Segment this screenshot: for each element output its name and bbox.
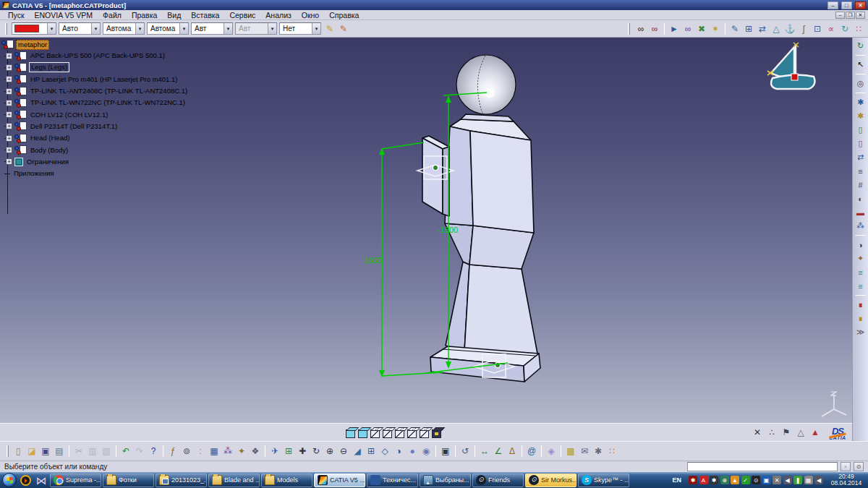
painter-icon[interactable]: ✎ [323, 22, 336, 35]
positioned-component-icon[interactable]: ▯ [854, 137, 867, 150]
taskbar-button-skype[interactable]: Skype™ - ... [578, 474, 629, 487]
whats-this-icon[interactable]: ? [147, 445, 160, 458]
menu-item-сервис[interactable]: Сервис [224, 11, 260, 20]
render-style-icon[interactable]: ◑ [392, 445, 405, 458]
tree-item-label[interactable]: Приложения [12, 169, 56, 178]
search-binoculars-icon[interactable]: ∞ [634, 22, 647, 35]
camera-icon[interactable]: ▣ [439, 445, 452, 458]
graphic-combo-2[interactable]: Автома▾ [147, 22, 189, 35]
tree-item-label[interactable]: Head (Head) [29, 134, 71, 142]
rotate-icon[interactable]: ↻ [310, 445, 323, 458]
dmu-review-icon[interactable]: ∎ [854, 299, 867, 311]
replace-component-icon[interactable]: ⇄ [854, 151, 867, 163]
menu-item-правка[interactable]: Правка [127, 11, 162, 20]
iso-view-icon[interactable]: ◇ [378, 445, 391, 458]
view-compass[interactable] [764, 40, 825, 97]
smart-search-icon[interactable]: ∞ [681, 22, 694, 35]
tree-root-label[interactable]: metaphor [16, 40, 49, 50]
network-globe-icon[interactable]: ⊕ [720, 476, 729, 484]
undo-icon[interactable]: ↶ [119, 445, 132, 458]
grid-dots-icon[interactable]: ∷ [605, 445, 618, 458]
anchor-constraint-icon[interactable]: ⚓ [783, 22, 796, 35]
zoom-out-icon[interactable]: ⊖ [337, 445, 350, 458]
view-no-smooth-icon[interactable] [407, 429, 417, 438]
sectioning-icon[interactable]: △ [770, 22, 783, 35]
view-shading-hidden-edges-icon[interactable] [370, 429, 380, 438]
tree-item-label[interactable]: COH LV12 (COH LV12.1) [29, 111, 109, 119]
measure-inertia-icon[interactable]: Δ [506, 445, 519, 458]
structure-list-icon[interactable]: ≡ [854, 266, 867, 278]
adobe-icon[interactable]: A [699, 476, 708, 484]
mdi-close-button[interactable]: ✕ [856, 12, 865, 19]
normal-view-icon[interactable]: ◢ [351, 445, 364, 458]
numbering-icon[interactable]: # [854, 179, 867, 191]
tree-expander-icon[interactable]: + [6, 88, 12, 95]
tree-item-7[interactable]: +Dell P2314T (Dell P2314T.1) [1, 121, 189, 132]
utility-icon[interactable]: ✱ [710, 476, 718, 484]
lock-icon[interactable]: ✦ [235, 445, 248, 458]
download-icon[interactable]: ▲ [731, 476, 739, 484]
structure-list2-icon[interactable]: ≡ [854, 280, 867, 292]
new-document-icon[interactable]: ▯ [12, 445, 25, 458]
aimp-icon[interactable] [18, 473, 33, 487]
publication-icon[interactable]: ≫ [854, 326, 867, 338]
kmplayer-icon[interactable]: ⋈ [34, 473, 48, 487]
check-analysis-icon[interactable]: ❖ [249, 445, 262, 458]
tree-expander-icon[interactable]: + [6, 135, 12, 142]
pan-icon[interactable]: ✚ [296, 445, 309, 458]
view-shading-icon[interactable] [346, 429, 355, 438]
new-product-icon[interactable]: ✱ [854, 96, 867, 108]
distance-analysis-icon[interactable]: ⇄ [756, 22, 769, 35]
menu-item-справка[interactable]: Справка [324, 11, 364, 20]
menu-item-пуск[interactable]: Пуск [3, 11, 30, 20]
tree-item-4[interactable]: +TP-LINK TL-ANT2408C (TP-LINK TL-ANT2408… [1, 85, 189, 97]
tree-expander-icon[interactable]: + [6, 123, 12, 129]
knowledge-toolbar-icon[interactable]: ✉ [578, 445, 591, 458]
tree-item-label[interactable]: APC Back-UPS 500 (APC Back-UPS 500.1) [29, 51, 166, 60]
taskbar-button-word[interactable]: Техничес... [367, 474, 418, 487]
taskbar-button-folder-media[interactable]: 20131023_... [156, 474, 207, 487]
toolbar-grip[interactable] [5, 23, 7, 35]
menu-item-окно[interactable]: Окно [297, 11, 324, 20]
turntable-icon[interactable]: ↺ [459, 445, 472, 458]
enhanced-scene-icon[interactable]: ✶ [709, 22, 722, 35]
dialog-shrink-icon[interactable]: ▫ [841, 462, 851, 471]
update-refresh-icon[interactable]: ↻ [838, 22, 851, 35]
taskbar-button-photos[interactable]: Выбраны... [420, 474, 471, 487]
open-icon[interactable]: ◪ [25, 445, 38, 458]
toolbar-grip[interactable] [7, 445, 9, 457]
taskbar-button-steam[interactable]: Sir Morkus... [525, 474, 576, 487]
tree-item-label[interactable]: Dell P2314T (Dell P2314T.1) [29, 122, 119, 131]
measure-item-icon[interactable]: ∠ [492, 445, 505, 458]
link-chain-icon[interactable]: ∝ [825, 22, 838, 35]
paperclip-icon[interactable]: ʃ [797, 22, 810, 35]
fly-mode-icon[interactable]: ✈ [268, 445, 281, 458]
tree-item-label[interactable]: TP-LINK TL-ANT2408C (TP-LINK TL-ANT2408C… [29, 87, 189, 95]
tree-item-label[interactable]: Legs (Legs) [29, 62, 69, 72]
render-tools-icon[interactable]: ◑ [854, 239, 867, 251]
relations-icon[interactable]: ⁂ [221, 445, 234, 458]
tree-item-6[interactable]: +COH LV12 (COH LV12.1) [1, 108, 189, 120]
tree-expander-icon[interactable]: + [6, 64, 12, 71]
toolbar-grip[interactable] [628, 23, 630, 35]
manikin-icon[interactable]: ▲ [809, 426, 822, 439]
wizard-brush-icon[interactable]: ✎ [337, 22, 350, 35]
tree-expander-icon[interactable]: + [6, 100, 12, 106]
menu-item-enovia-v5-vpm[interactable]: ENOVIA V5 VPM [30, 11, 98, 20]
chat-icon[interactable]: ❚ [793, 476, 802, 484]
snap-grid-icon[interactable]: ∷ [852, 22, 865, 35]
shading-icon[interactable]: ● [406, 445, 419, 458]
menu-item-файл[interactable]: Файл [98, 11, 127, 20]
view-shading-edges-icon[interactable] [358, 429, 367, 438]
tree-expander-icon[interactable]: + [6, 76, 12, 82]
tree-expander-icon[interactable]: + [6, 111, 12, 118]
layers-icon[interactable]: ▩ [564, 445, 577, 458]
language-indicator[interactable]: EN [668, 476, 685, 484]
view-wireframe-icon[interactable] [383, 429, 392, 438]
antivirus-icon[interactable]: ✱ [689, 476, 697, 484]
selective-load-icon[interactable]: ◐ [854, 192, 867, 205]
menu-item-анализ[interactable]: Анализ [260, 11, 296, 20]
mdi-minimize-button[interactable]: – [835, 12, 845, 19]
taskbar-button-folder[interactable]: Фотки [103, 474, 154, 487]
annotation-window-icon[interactable]: ⊡ [811, 22, 824, 35]
